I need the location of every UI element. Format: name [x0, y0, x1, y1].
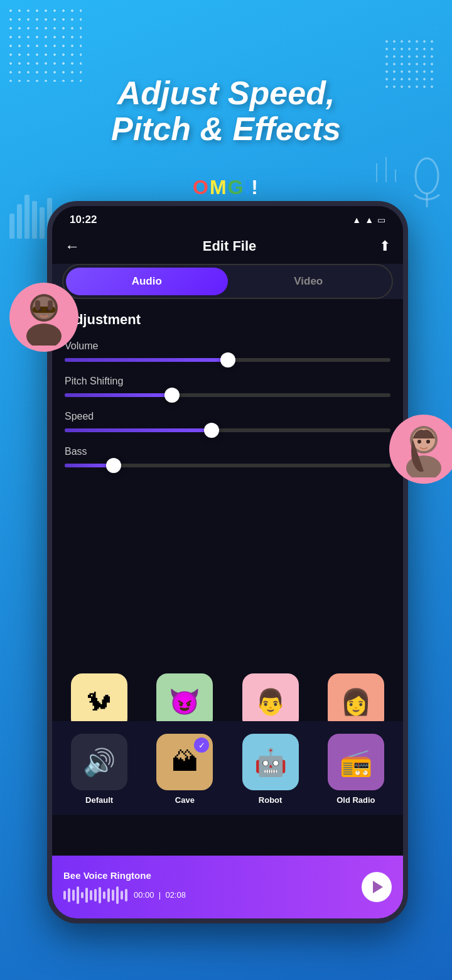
wbar — [112, 890, 114, 901]
bass-label: Bass — [65, 446, 390, 457]
pitch-slider-section: Pitch Shifting — [65, 376, 390, 397]
effect-default[interactable]: 🔊 Default — [71, 734, 127, 805]
player-waveform — [63, 886, 127, 905]
player-bar: Bee Voice Ringtone — [52, 856, 403, 918]
pitch-label: Pitch Shifting — [65, 376, 390, 387]
wbar — [125, 889, 127, 901]
battery-icon: ▭ — [377, 215, 385, 225]
wbar — [68, 888, 70, 902]
effect-old-radio[interactable]: 📻 Old Radio — [328, 734, 384, 805]
svg-rect-8 — [32, 201, 37, 239]
wbar — [72, 890, 75, 901]
pitch-thumb[interactable] — [164, 388, 180, 403]
effects-bottom: 🔊 Default 🏔 ✓ Cave 🤖 Robot 📻 Old Radio — [52, 721, 403, 815]
volume-label: Volume — [65, 340, 390, 352]
svg-point-20 — [406, 455, 441, 477]
pitch-track[interactable] — [65, 393, 390, 397]
cave-label: Cave — [175, 795, 195, 805]
svg-point-12 — [26, 324, 62, 346]
volume-track[interactable] — [65, 358, 390, 362]
wifi-icon: ▲ — [352, 215, 361, 225]
wbar — [94, 889, 97, 901]
tab-switcher: Audio Video — [62, 264, 393, 299]
wbar — [107, 888, 110, 902]
tab-audio[interactable]: Audio — [66, 268, 228, 295]
pitch-fill — [65, 393, 172, 397]
wbar — [85, 888, 88, 903]
player-info: Bee Voice Ringtone — [63, 870, 353, 905]
status-bar: 10:22 ▲ ▲ ▭ — [52, 206, 403, 231]
bg-dots-tl — [6, 6, 82, 82]
wbar — [99, 887, 101, 903]
svg-rect-7 — [24, 195, 30, 239]
back-button[interactable]: ← — [65, 237, 80, 255]
player-title: Bee Voice Ringtone — [63, 870, 353, 881]
selected-check: ✓ — [194, 738, 209, 753]
player-time: 00:00 | 02:08 — [134, 890, 186, 900]
wbar — [77, 886, 79, 904]
top-nav: ← Edit File ⬆ — [52, 231, 403, 264]
status-time: 10:22 — [70, 214, 97, 226]
effects-row1: 🔊 Default 🏔 ✓ Cave 🤖 Robot 📻 Old Radio — [60, 734, 396, 805]
speed-fill — [65, 428, 212, 432]
omgi-logo: OMGI! — [193, 176, 259, 199]
robot-icon: 🤖 — [242, 734, 299, 790]
signal-icon: ▲ — [365, 215, 374, 225]
volume-fill — [65, 358, 228, 362]
effect-cave[interactable]: 🏔 ✓ Cave — [156, 734, 213, 805]
wbar — [116, 886, 119, 904]
adjustment-title: Adjustment — [65, 312, 390, 328]
avatar-left — [9, 283, 78, 352]
svg-point-23 — [426, 440, 430, 444]
default-icon: 🔊 — [71, 734, 127, 790]
tab-video[interactable]: Video — [228, 268, 390, 295]
bass-track[interactable] — [65, 464, 390, 467]
svg-rect-9 — [40, 207, 45, 239]
effect-robot[interactable]: 🤖 Robot — [242, 734, 299, 805]
robot-label: Robot — [259, 795, 282, 805]
header-title: Adjust Speed, Pitch & Effects — [0, 75, 452, 147]
bass-thumb[interactable] — [106, 458, 121, 473]
volume-thumb[interactable] — [220, 352, 235, 368]
svg-point-22 — [417, 440, 421, 444]
speed-track[interactable] — [65, 428, 390, 432]
status-icons: ▲ ▲ ▭ — [352, 215, 385, 225]
speed-slider-section: Speed — [65, 411, 390, 432]
avatar-right — [389, 415, 452, 484]
wbar — [103, 891, 105, 899]
wbar — [90, 890, 92, 900]
default-label: Default — [85, 795, 113, 805]
svg-rect-17 — [35, 300, 40, 310]
play-button[interactable] — [362, 872, 392, 902]
old-radio-label: Old Radio — [336, 795, 375, 805]
phone-frame: 10:22 ▲ ▲ ▭ ← Edit File ⬆ Audio Video Ad… — [47, 201, 408, 923]
svg-rect-18 — [48, 300, 53, 310]
nav-title: Edit File — [203, 238, 257, 254]
svg-rect-6 — [17, 204, 22, 239]
old-radio-icon: 📻 — [328, 734, 384, 790]
share-button[interactable]: ⬆ — [379, 238, 390, 254]
wbar — [81, 892, 83, 898]
cave-icon: 🏔 ✓ — [156, 734, 213, 790]
wbar — [63, 891, 66, 900]
speed-label: Speed — [65, 411, 390, 422]
bass-slider-section: Bass — [65, 446, 390, 467]
svg-point-3 — [416, 158, 438, 193]
speed-thumb[interactable] — [204, 423, 219, 438]
wbar — [121, 891, 123, 900]
volume-slider-section: Volume — [65, 340, 390, 362]
svg-rect-5 — [9, 214, 14, 239]
